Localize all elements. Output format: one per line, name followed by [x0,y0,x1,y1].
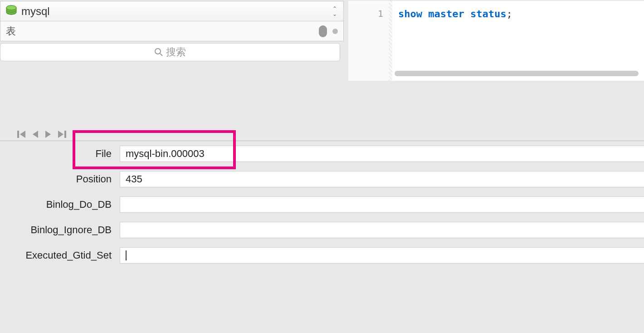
field-label: Position [0,173,120,185]
first-record-icon[interactable] [17,131,26,138]
svg-marker-8 [58,131,63,138]
dot-icon [332,29,338,34]
prev-record-icon[interactable] [32,131,39,138]
search-placeholder: 搜索 [166,45,186,59]
results-area: File mysql-bin.000003 Position 435 Binlo… [0,141,644,268]
svg-point-2 [155,49,161,54]
field-value[interactable]: mysql-bin.000003 [120,146,644,162]
horizontal-scrollbar[interactable] [395,71,639,76]
table-selector[interactable]: 表 [0,21,344,41]
stepper-icon[interactable]: ⌃⌄ [332,6,339,16]
field-value[interactable]: 435 [120,171,644,187]
field-label: Binlog_Do_DB [0,199,120,211]
scrollbar-thumb[interactable] [319,25,327,37]
field-value[interactable] [120,222,644,238]
table-label: 表 [6,24,319,38]
field-value[interactable] [120,247,644,264]
svg-rect-4 [17,131,19,138]
search-input[interactable]: 搜索 [0,43,340,61]
svg-marker-7 [45,131,51,138]
field-label: Executed_Gtid_Set [0,250,120,261]
line-gutter: 1 [348,1,389,81]
svg-marker-6 [33,131,38,138]
sql-punct: ; [506,8,512,20]
svg-point-1 [6,5,16,10]
svg-rect-9 [64,131,66,138]
next-record-icon[interactable] [44,131,52,138]
result-row-position: Position 435 [0,166,644,192]
sql-keywords: show master status [398,8,506,20]
svg-marker-5 [20,131,25,138]
database-icon [5,5,18,18]
last-record-icon[interactable] [57,131,66,138]
code-area[interactable]: show master status; [389,1,644,81]
field-label: File [0,148,120,160]
result-row-executed-gtid-set: Executed_Gtid_Set [0,243,644,268]
record-nav-toolbar [0,81,644,138]
svg-line-3 [160,54,162,56]
database-selector[interactable]: mysql ⌃⌄ [0,1,344,21]
database-name: mysql [21,5,332,18]
search-icon [154,48,163,57]
sql-editor[interactable]: 1 show master status; [348,1,644,81]
line-number: 1 [378,8,383,19]
result-row-binlog-do-db: Binlog_Do_DB [0,192,644,217]
result-row-file: File mysql-bin.000003 [0,141,644,166]
field-value[interactable] [120,196,644,213]
left-panel: mysql ⌃⌄ 表 搜索 [0,0,345,81]
result-row-binlog-ignore-db: Binlog_Ignore_DB [0,217,644,243]
field-label: Binlog_Ignore_DB [0,224,120,236]
